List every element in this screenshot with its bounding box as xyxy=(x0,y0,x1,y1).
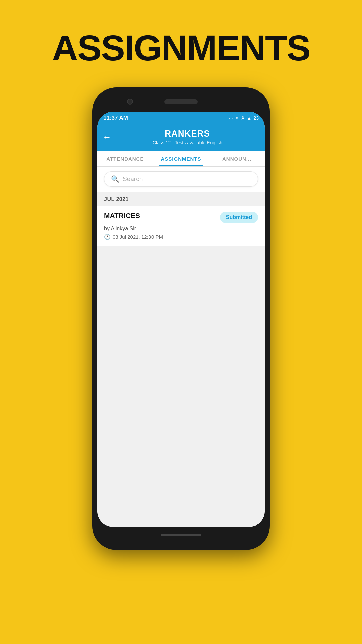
assignment-row: MATRICES Submitted xyxy=(104,212,258,223)
assignment-by: by Ajinkya Sir xyxy=(104,226,258,232)
app-subtitle: Class 12 - Tests available English xyxy=(115,140,259,145)
tabs-bar: ATTENDANCE ASSIGNMENTS ANNOUN... xyxy=(97,151,265,167)
x-icon: ✗ xyxy=(241,115,245,121)
clock-icon: 🕐 xyxy=(104,234,111,240)
status-bar: 11:37 AM ··· ✦ ✗ ▲ 23 xyxy=(97,112,265,124)
tab-attendance[interactable]: ATTENDANCE xyxy=(97,151,153,166)
tab-announcements[interactable]: ANNOUN... xyxy=(209,151,265,166)
phone-speaker xyxy=(164,99,198,104)
header-center: RANKERS Class 12 - Tests available Engli… xyxy=(115,128,259,145)
assignment-datetime: 03 Jul 2021, 12:30 PM xyxy=(113,234,163,240)
battery-icon: 23 xyxy=(253,115,259,121)
status-time: 11:37 AM xyxy=(103,115,128,121)
search-placeholder: Search xyxy=(123,175,143,183)
signal-dots: ··· xyxy=(229,115,233,121)
phone-bottom xyxy=(97,530,265,541)
search-icon: 🔍 xyxy=(111,175,119,183)
search-container: 🔍 Search xyxy=(97,167,265,192)
section-header: JUL 2021 xyxy=(97,192,265,206)
submitted-badge: Submitted xyxy=(220,212,258,223)
content-area: JUL 2021 MATRICES Submitted by Ajinkya S… xyxy=(97,192,265,527)
phone-screen: 11:37 AM ··· ✦ ✗ ▲ 23 ← RANKERS Class 12… xyxy=(97,112,265,527)
page-title: ASSIGNMENTS xyxy=(52,27,310,69)
tab-assignments[interactable]: ASSIGNMENTS xyxy=(153,151,209,166)
assignment-time: 🕐 03 Jul 2021, 12:30 PM xyxy=(104,234,258,240)
assignment-title: MATRICES xyxy=(104,212,140,220)
back-button[interactable]: ← xyxy=(103,132,111,141)
search-box[interactable]: 🔍 Search xyxy=(104,171,258,187)
status-icons: ··· ✦ ✗ ▲ 23 xyxy=(229,115,259,121)
assignment-card[interactable]: MATRICES Submitted by Ajinkya Sir 🕐 03 J… xyxy=(97,206,265,246)
app-header: ← RANKERS Class 12 - Tests available Eng… xyxy=(97,124,265,151)
phone-shell: 11:37 AM ··· ✦ ✗ ▲ 23 ← RANKERS Class 12… xyxy=(92,87,270,550)
wifi-icon: ▲ xyxy=(247,115,252,121)
app-title: RANKERS xyxy=(115,128,259,139)
bluetooth-icon: ✦ xyxy=(235,115,239,121)
phone-top-bar xyxy=(97,97,265,108)
home-bar xyxy=(161,534,201,536)
phone-camera xyxy=(127,99,133,105)
